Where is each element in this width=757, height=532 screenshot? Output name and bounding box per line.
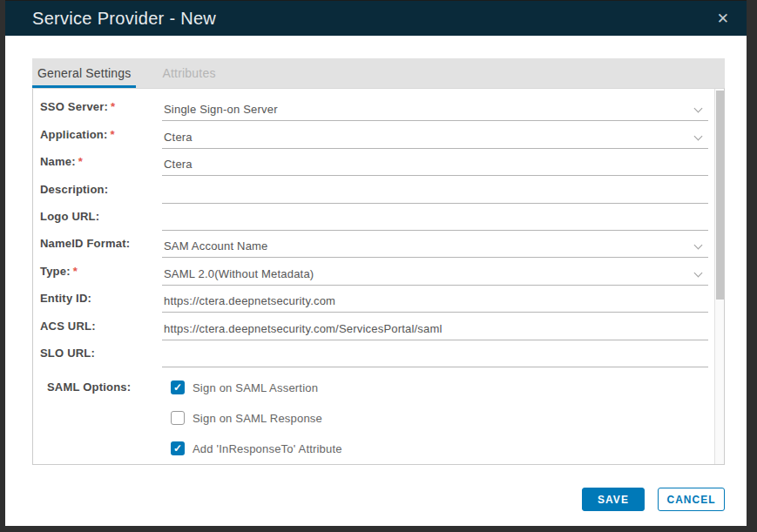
chevron-down-icon <box>694 104 703 113</box>
field-value: SAML 2.0(Without Metadata) <box>164 267 314 280</box>
field-label: Name: <box>40 155 76 168</box>
field-input[interactable] <box>162 226 708 231</box>
required-asterisk: * <box>111 128 115 141</box>
required-asterisk: * <box>73 265 78 278</box>
field-label-cell: ACS URL: <box>40 320 162 340</box>
field-input[interactable] <box>162 199 708 204</box>
field-value: Ctera <box>164 158 193 171</box>
tab-bar: General Settings Attributes <box>32 58 725 88</box>
field-label-cell: Application:* <box>40 128 162 149</box>
tab-general-settings[interactable]: General Settings <box>32 58 136 88</box>
save-button[interactable]: SAVE <box>582 488 645 511</box>
service-provider-dialog: Service Provider - New ✕ General Setting… <box>5 0 747 526</box>
field-input[interactable]: SAML 2.0(Without Metadata) <box>162 267 708 286</box>
saml-options-row: SAML Options: ✓ Sign on SAML Assertion S… <box>40 373 708 464</box>
saml-options-label-cell: SAML Options: <box>47 373 169 464</box>
scrollbar-thumb[interactable] <box>716 91 724 300</box>
saml-option-item: Sign on SAML Response <box>169 403 708 434</box>
dialog-footer: SAVE CANCEL <box>5 465 747 526</box>
field-label-cell: Entity ID: <box>40 292 162 313</box>
field-value: https://ctera.deepnetsecurity.com <box>164 294 335 307</box>
close-icon[interactable]: ✕ <box>713 10 733 28</box>
tab-attributes[interactable]: Attributes <box>157 58 220 88</box>
field-input[interactable] <box>162 362 708 367</box>
form-field-row: Application:* Ctera <box>40 121 708 148</box>
field-label: ACS URL: <box>40 320 96 333</box>
field-label-cell: Type:* <box>40 265 162 286</box>
field-input[interactable]: SAM Account Name <box>162 239 708 258</box>
field-label: Entity ID: <box>40 292 91 305</box>
form-field-row: ACS URL: https://ctera.deepnetsecurity.c… <box>40 313 708 340</box>
saml-options-list: ✓ Sign on SAML Assertion Sign on SAML Re… <box>169 373 708 464</box>
chevron-down-icon <box>694 241 703 250</box>
vertical-scrollbar[interactable] <box>714 89 724 464</box>
form-field-row: Logo URL: <box>40 204 708 231</box>
field-label: SSO Server: <box>40 100 108 113</box>
form-scroll-region: SSO Server:* Single Sign-on Server Appli… <box>33 89 724 464</box>
field-label: NameID Format: <box>40 237 130 250</box>
saml-options-label: SAML Options: <box>47 380 131 394</box>
check-icon: ✓ <box>173 443 182 454</box>
form-area: SSO Server:* Single Sign-on Server Appli… <box>32 88 725 465</box>
form-field-row: NameID Format: SAM Account Name <box>40 231 708 258</box>
checkbox[interactable]: ✓ <box>171 441 185 455</box>
field-label: SLO URL: <box>40 347 95 360</box>
field-value: Single Sign-on Server <box>164 103 278 116</box>
field-label: Logo URL: <box>40 210 99 223</box>
checkbox-label: Sign on SAML Assertion <box>193 381 318 394</box>
check-icon: ✓ <box>173 382 182 393</box>
field-label-cell: SSO Server:* <box>40 100 162 121</box>
field-label: Type: <box>40 265 71 278</box>
field-label-cell: Name:* <box>40 155 162 176</box>
field-value: https://ctera.deepnetsecurity.com/Servic… <box>164 322 443 335</box>
field-value: SAM Account Name <box>164 239 268 253</box>
required-asterisk: * <box>78 155 83 168</box>
required-asterisk: * <box>111 100 115 113</box>
field-label: Application: <box>40 128 108 141</box>
field-input[interactable]: Ctera <box>162 158 708 176</box>
form-field-row: Entity ID: https://ctera.deepnetsecurity… <box>40 286 708 313</box>
checkbox-label: Sign on SAML Response <box>193 412 322 425</box>
checkbox[interactable] <box>171 411 185 425</box>
chevron-down-icon <box>694 131 703 140</box>
footer-buttons: SAVE CANCEL <box>582 488 725 511</box>
saml-option-item: ✓ Sign on SAML Assertion <box>169 373 708 403</box>
field-input[interactable]: https://ctera.deepnetsecurity.com/Servic… <box>162 322 708 340</box>
field-label-cell: NameID Format: <box>40 237 162 258</box>
checkbox[interactable]: ✓ <box>171 380 185 394</box>
form-field-row: Name:* Ctera <box>40 149 708 176</box>
form-field-row: Type:* SAML 2.0(Without Metadata) <box>40 258 708 285</box>
field-label-cell: Description: <box>40 183 162 204</box>
field-value: Ctera <box>164 131 193 144</box>
field-input[interactable]: https://ctera.deepnetsecurity.com <box>162 294 708 313</box>
dialog-title: Service Provider - New <box>32 9 713 29</box>
field-input[interactable]: Ctera <box>162 131 708 149</box>
saml-option-item: ✓ Add 'InResponseTo' Attribute <box>169 434 708 464</box>
header-spacer <box>5 36 747 58</box>
form-field-row: SLO URL: <box>40 340 708 367</box>
chevron-down-icon <box>694 268 703 277</box>
field-label-cell: SLO URL: <box>40 347 162 367</box>
form-field-row: Description: <box>40 176 708 203</box>
checkbox-label: Add 'InResponseTo' Attribute <box>193 442 342 455</box>
form-field-row: SSO Server:* Single Sign-on Server <box>40 94 708 121</box>
field-label-cell: Logo URL: <box>40 210 162 231</box>
field-label: Description: <box>40 183 108 196</box>
field-input[interactable]: Single Sign-on Server <box>162 103 708 121</box>
cancel-button[interactable]: CANCEL <box>658 488 725 511</box>
dialog-header: Service Provider - New ✕ <box>5 1 747 36</box>
